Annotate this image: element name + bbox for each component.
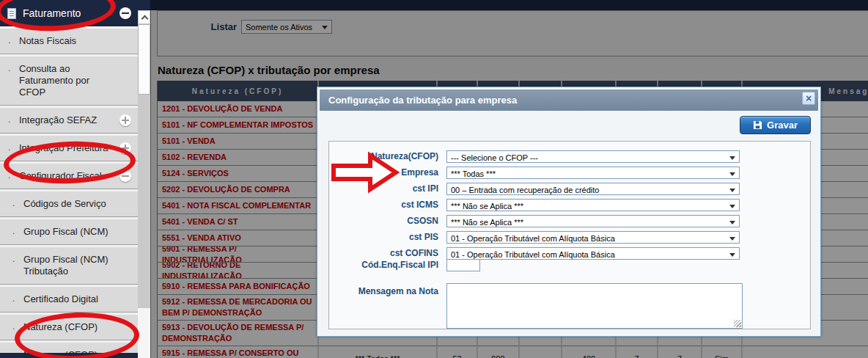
sidebar-item-label: Integração SEFAZ (19, 114, 97, 125)
bullet-icon: . (8, 62, 10, 74)
bullet-icon: . (12, 321, 15, 332)
bullet-icon: . (12, 197, 15, 209)
bullet-icon: . (12, 293, 15, 304)
vertical-scrollbar[interactable] (138, 10, 150, 358)
select-cst-cofins[interactable]: 01 - Operação Tributável com Alíquota Bá… (446, 247, 740, 260)
field-label-mensagem-na-nota: Mensagem na Nota (329, 285, 443, 298)
input-co-d-enq-fiscal-ipi[interactable] (446, 259, 480, 271)
sidebar-item-certificado-digital[interactable]: .Certificado Digital (0, 286, 138, 313)
field-label-cst-pis: cst PIS (329, 231, 443, 244)
bullet-icon: . (8, 34, 10, 46)
select-csosn[interactable]: *** Não se Aplica *** (446, 215, 740, 227)
screen: Listar Somente os Ativos Natureza (CFOP)… (0, 0, 868, 358)
close-icon[interactable]: × (802, 92, 815, 105)
field-label-cst-icms: cst ICMS (329, 199, 443, 211)
select-cst-pis[interactable]: 01 - Operação Tributável com Alíquota Bá… (446, 231, 740, 244)
save-button[interactable]: Gravar (740, 116, 811, 134)
sidebar-menu: .Notas Fiscais.Consulta ao Faturamento p… (0, 28, 138, 358)
sidebar-item-label: Consulta ao Faturamento por CFOP (19, 63, 89, 98)
select-natureza-cfop[interactable]: --- Selecione o CFOP --- (446, 150, 740, 163)
collapse-icon[interactable] (119, 7, 131, 19)
bullet-icon: . (12, 225, 15, 237)
bullet-icon: . (12, 253, 15, 265)
expand-icon[interactable] (119, 114, 131, 126)
scrollbar-thumb[interactable] (138, 24, 150, 95)
bullet-icon: . (8, 142, 10, 153)
field-label-co-d-enq-fiscal-ipi: Cód.Enq.Fiscal IPI (329, 259, 443, 271)
sidebar-item-consulta-ao-faturamento-por-cfop[interactable]: .Consulta ao Faturamento por CFOP (0, 56, 138, 106)
resize-grip-icon[interactable] (734, 320, 741, 327)
sidebar-item-co-digos-de-servic-o[interactable]: .Códigos de Serviço (0, 191, 138, 217)
floppy-disk-icon (753, 120, 762, 130)
sidebar-item-notas-fiscais[interactable]: .Notas Fiscais (0, 28, 138, 54)
sidebar-item-grupo-fiscal-ncm[interactable]: .Grupo Fiscal (NCM) (0, 219, 138, 245)
save-button-label: Gravar (767, 120, 798, 131)
field-label-csosn: CSOSN (329, 215, 443, 227)
scrollbar-track[interactable] (138, 95, 150, 308)
sidebar-item-label: Códigos de Serviço (23, 198, 106, 209)
select-cst-icms[interactable]: *** Não se Aplica *** (446, 199, 740, 211)
sidebar-item-label: Notas Fiscais (19, 35, 76, 46)
modal-configuracao-tributacao: Configuração da tributação para empresa … (317, 87, 821, 337)
sidebar-item-label: Grupo Fiscal (NCM) (23, 226, 108, 237)
textarea-mensagem-na-nota[interactable] (446, 283, 743, 329)
select-empresa[interactable]: *** Todas *** (446, 167, 740, 179)
sidebar-item-label: Grupo Fiscal (NCM) Tributação (23, 254, 108, 277)
scroll-up-icon[interactable] (138, 10, 150, 24)
sidebar-item-label: Certificado Digital (23, 293, 98, 304)
sidebar-item-integrac-a-o-sefaz[interactable]: .Integração SEFAZ (0, 107, 138, 134)
bullet-icon: . (8, 114, 10, 125)
modal-form: Natureza(CFOP)--- Selecione o CFOP ---Em… (328, 141, 811, 329)
modal-title: Configuração da tributação para empresa (320, 90, 818, 111)
annotation-arrow-empresa (330, 151, 400, 194)
sidebar-item-grupo-fiscal-ncm-tributac-a-o[interactable]: .Grupo Fiscal (NCM) Tributação (0, 246, 138, 285)
field-label-cst-cofins: cst COFINS (329, 247, 443, 260)
select-cst-ipi[interactable]: 00 – Entrada com recuperação de crédito (446, 183, 740, 195)
